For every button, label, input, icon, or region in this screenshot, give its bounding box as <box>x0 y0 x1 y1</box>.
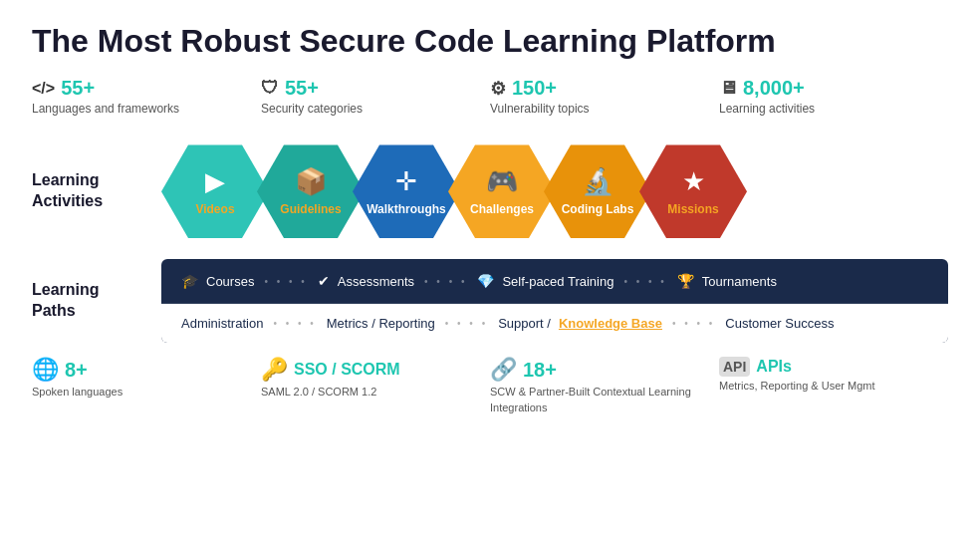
hexagons-row: ▶ Videos 📦 Guidelines ✛ Walkthroughs <box>161 137 948 245</box>
bottom-stats-row: 🌐 8+ Spoken languages 🔑 SSO / SCORM SAML… <box>32 357 948 415</box>
videos-label: Videos <box>195 203 234 216</box>
top-stats-row: </> 55+ Languages and frameworks 🛡 55+ S… <box>32 77 948 116</box>
integrations-number: 18+ <box>523 359 557 382</box>
path-admin: Administration <box>181 316 263 331</box>
path-support: Support / Knowledge Base <box>498 316 662 331</box>
bottom-stat-languages: 🌐 8+ Spoken languages <box>32 357 261 415</box>
stat-security: 🛡 55+ Security categories <box>261 77 490 116</box>
security-number: 55+ <box>285 77 319 100</box>
computer-icon: 🖥 <box>719 78 737 99</box>
gear-icon: ⚙ <box>490 78 506 100</box>
code-icon: </> <box>32 80 55 98</box>
coding-labs-label: Coding Labs <box>562 203 634 216</box>
bottom-stat-integrations: 🔗 18+ SCW & Partner-Built Contextual Lea… <box>490 357 719 415</box>
paths-row-1: 🎓 Courses • • • • ✔ Assessments • • • • … <box>161 259 948 304</box>
languages-label: Languages and frameworks <box>32 102 261 116</box>
bottom-stat-apis: API APIs Metrics, Reporting & User Mgmt <box>719 357 948 415</box>
admin-label: Administration <box>181 316 263 331</box>
paths-row-2: Administration • • • • Metrics / Reporti… <box>161 304 948 343</box>
hex-challenges-shape: 🎮 Challenges <box>448 137 556 245</box>
star-icon: ★ <box>682 166 705 197</box>
integrations-label: SCW & Partner-Built Contextual Learning … <box>490 385 719 415</box>
vulnerability-label: Vulnerability topics <box>490 102 719 116</box>
integrations-icon: 🔗 <box>490 357 517 383</box>
stat-vulnerability: ⚙ 150+ Vulnerability topics <box>490 77 719 116</box>
learning-paths-label: LearningPaths <box>32 280 161 322</box>
paths-box: 🎓 Courses • • • • ✔ Assessments • • • • … <box>161 259 948 343</box>
guidelines-label: Guidelines <box>280 203 341 216</box>
trophy-icon: 🏆 <box>677 273 694 289</box>
stat-activities: 🖥 8,000+ Learning activities <box>719 77 948 116</box>
api-icon: API <box>719 357 750 377</box>
assessments-label: Assessments <box>338 274 414 289</box>
tournaments-label: Tournaments <box>702 274 777 289</box>
key-icon: 🔑 <box>261 357 288 383</box>
path-assessments: ✔ Assessments <box>318 273 414 289</box>
path-customer-success: Customer Success <box>725 316 834 331</box>
hex-walkthroughs-shape: ✛ Walkthroughs <box>353 137 460 245</box>
spoken-languages-label: Spoken languages <box>32 385 261 400</box>
flask-icon: 🔬 <box>582 166 613 197</box>
walkthroughs-label: Walkthroughs <box>367 203 446 216</box>
hex-missions-shape: ★ Missions <box>639 137 747 245</box>
dots-1: • • • • <box>264 276 307 287</box>
sso-title: SSO / SCORM <box>294 361 400 379</box>
hex-missions: ★ Missions <box>639 137 747 245</box>
learning-activities-label: LearningActivities <box>32 170 161 212</box>
security-label: Security categories <box>261 102 490 116</box>
sso-label: SAML 2.0 / SCORM 1.2 <box>261 385 490 400</box>
courses-label: Courses <box>206 274 254 289</box>
dots-3: • • • • <box>623 276 666 287</box>
dots-2: • • • • <box>424 276 467 287</box>
gamepad-icon: 🎮 <box>486 166 518 197</box>
dots-6: • • • • <box>672 318 715 329</box>
apis-label: Metrics, Reporting & User Mgmt <box>719 379 948 394</box>
path-tournaments: 🏆 Tournaments <box>677 273 777 289</box>
challenges-label: Challenges <box>470 203 534 216</box>
vulnerability-number: 150+ <box>512 77 557 100</box>
hex-guidelines-shape: 📦 Guidelines <box>257 137 365 245</box>
customer-success-label: Customer Success <box>725 316 834 331</box>
dots-4: • • • • <box>273 318 316 329</box>
graduation-icon: 🎓 <box>181 273 198 289</box>
learning-paths-section: LearningPaths 🎓 Courses • • • • ✔ Assess… <box>32 259 948 343</box>
globe-icon: 🌐 <box>32 357 59 383</box>
hex-coding-labs-shape: 🔬 Coding Labs <box>544 137 651 245</box>
video-icon: ▶ <box>205 166 225 197</box>
learning-activities-section: LearningActivities ▶ Videos 📦 Guidelines <box>32 137 948 245</box>
hex-videos: ▶ Videos <box>161 137 269 245</box>
support-label: Support / <box>498 316 551 331</box>
hex-videos-shape: ▶ Videos <box>161 137 269 245</box>
page-title: The Most Robust Secure Code Learning Pla… <box>32 24 948 59</box>
self-paced-label: Self-paced Training <box>502 274 613 289</box>
main-container: The Most Robust Secure Code Learning Pla… <box>0 0 980 435</box>
move-icon: ✛ <box>395 166 417 197</box>
missions-label: Missions <box>667 203 718 216</box>
hex-walkthroughs: ✛ Walkthroughs <box>353 137 460 245</box>
path-metrics: Metrics / Reporting <box>327 316 435 331</box>
dots-5: • • • • <box>445 318 488 329</box>
hex-guidelines: 📦 Guidelines <box>257 137 365 245</box>
stat-languages: </> 55+ Languages and frameworks <box>32 77 261 116</box>
spoken-languages-number: 8+ <box>65 359 88 382</box>
path-courses: 🎓 Courses <box>181 273 254 289</box>
checkmark-icon: ✔ <box>318 273 330 289</box>
box-icon: 📦 <box>295 166 327 197</box>
diamond-icon: 💎 <box>477 273 494 289</box>
hex-challenges: 🎮 Challenges <box>448 137 556 245</box>
activities-label: Learning activities <box>719 102 948 116</box>
languages-number: 55+ <box>61 77 95 100</box>
path-self-paced: 💎 Self-paced Training <box>477 273 613 289</box>
bottom-stat-sso: 🔑 SSO / SCORM SAML 2.0 / SCORM 1.2 <box>261 357 490 415</box>
hex-coding-labs: 🔬 Coding Labs <box>544 137 651 245</box>
knowledge-base-link[interactable]: Knowledge Base <box>559 316 662 331</box>
apis-title: APIs <box>756 358 792 376</box>
activities-number: 8,000+ <box>743 77 805 100</box>
shield-icon: 🛡 <box>261 78 279 99</box>
metrics-label: Metrics / Reporting <box>327 316 435 331</box>
